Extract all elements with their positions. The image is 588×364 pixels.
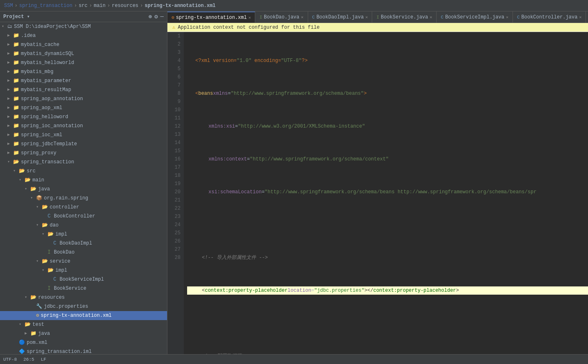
project-sidebar: Project ▾ ⊕ ⚙ ― ▾ 🗂 SSM D:\ideaPorject\A… [0, 11, 167, 354]
tree-item-mybatis-mbg[interactable]: ▶ 📁 mybatis_mbg [0, 67, 167, 76]
folder-icon: 📁 [30, 330, 37, 338]
tree-label: spring_jdbcTemplate [21, 140, 77, 148]
tab-bookdao[interactable]: I BookDao.java ✕ [255, 11, 308, 23]
tab-bar: ⚙ spring-tx-annotation.xml ✕ I BookDao.j… [167, 11, 588, 23]
tree-label: impl [55, 230, 67, 238]
tree-item-idea[interactable]: ▶ 📁 .idea [0, 31, 167, 40]
tab-label: BookDao.java [264, 14, 299, 20]
folder-icon: 📂 [30, 185, 37, 193]
breadcrumb-item[interactable]: main [94, 3, 105, 9]
tree-item-ssm[interactable]: ▾ 🗂 SSM D:\ideaPorject\Apr\SSM [0, 22, 167, 31]
tree-label: .idea [21, 32, 36, 40]
tab-spring-tx-xml[interactable]: ⚙ spring-tx-annotation.xml ✕ [167, 11, 255, 23]
tab-label: BookServiceImpl.java [445, 14, 504, 20]
status-line-col: 26:5 [23, 357, 34, 362]
tree-item-src[interactable]: ▾ 📂 src [0, 167, 167, 176]
folder-icon: 📁 [13, 95, 19, 103]
tree-label: test [32, 321, 44, 329]
tree-label: spring_helloword [21, 113, 68, 121]
folder-icon: 📁 [13, 131, 19, 139]
tree-item-org-rain-spring[interactable]: ▾ 📦 org.rain.spring [0, 194, 167, 203]
java-class-tab-icon: C [312, 15, 315, 20]
project-icon: 🗂 [7, 23, 12, 31]
folder-icon: 📁 [13, 41, 19, 49]
tree-item-bookserviceimpl[interactable]: C BookServiceImpl [0, 275, 167, 284]
tree-item-mybatis-parameter[interactable]: ▶ 📁 mybatis_parameter [0, 76, 167, 85]
tab-bookcontroller[interactable]: C BookController.java ✕ [513, 11, 586, 23]
tree-item-spring-aop-xml[interactable]: ▶ 📁 spring_aop_xml [0, 103, 167, 112]
tree-item-spring-jdbctemplate[interactable]: ▶ 📁 spring_jdbcTemplate [0, 140, 167, 149]
tree-label: spring_transaction [21, 158, 74, 166]
tree-item-spring-ioc-annotation[interactable]: ▶ 📁 spring_ioc_annotation [0, 121, 167, 130]
tab-close-button[interactable]: ✕ [365, 15, 368, 20]
tree-item-jdbc-properties[interactable]: 🔧 jdbc.properties [0, 302, 167, 311]
collapse-icon[interactable]: ― [160, 13, 164, 20]
tab-close-button[interactable]: ✕ [579, 15, 581, 20]
tree-item-controller[interactable]: ▾ 📂 controller [0, 203, 167, 212]
breadcrumb-item[interactable]: src [79, 3, 88, 9]
tree-item-service-impl[interactable]: ▾ 📂 impl [0, 266, 167, 275]
tab-close-button[interactable]: ✕ [301, 15, 304, 20]
tree-label: pom.xml [27, 339, 47, 347]
breadcrumb-item: spring-tx-annotation.xml [144, 3, 215, 9]
tree-item-bookdao[interactable]: I BookDao [0, 248, 167, 257]
tree-label: spring_aop_annotation [21, 95, 83, 103]
tree-item-test-java[interactable]: ▶ 📁 java [0, 329, 167, 338]
folder-icon: 📁 [13, 59, 19, 67]
tree-item-spring-transaction[interactable]: ▾ 📂 spring_transaction [0, 158, 167, 167]
settings-icon[interactable]: ⚙ [154, 13, 158, 20]
tree-item-mybatis-resultmap[interactable]: ▶ 📁 mybatis_resultMap [0, 85, 167, 94]
tree-item-mybatis-helloworld[interactable]: ▶ 📁 mybatis_helloworld [0, 58, 167, 67]
tree-item-resources[interactable]: ▾ 📂 resources [0, 293, 167, 302]
java-class-icon: C [53, 239, 56, 247]
tab-close-button[interactable]: ✕ [248, 15, 251, 20]
tree-item-spring-proxy[interactable]: ▶ 📁 spring_proxy [0, 149, 167, 158]
code-line-9 [187, 319, 588, 327]
tree-item-service[interactable]: ▾ 📂 service [0, 257, 167, 266]
tab-close-button[interactable]: ✕ [430, 15, 432, 20]
code-editor[interactable]: 1 2 3 4 5 6 7 8 9 10 11 12 13 14 15 16 1… [167, 32, 588, 354]
breadcrumb-item[interactable]: spring_transaction [19, 3, 73, 9]
tab-bookservice[interactable]: I BookService.java ✕ [372, 11, 437, 23]
warning-icon: ⚠ [172, 24, 175, 30]
tab-bookdaoimpl[interactable]: C BookDaoImpl.java ✕ [308, 11, 373, 23]
tree-item-mybatis-dynamicsql[interactable]: ▶ 📁 mybatis_dynamicSQL [0, 49, 167, 58]
iml-icon: 🔷 [19, 348, 25, 354]
tab-label: BookDaoImpl.java [316, 14, 364, 20]
breadcrumb-item[interactable]: resources [112, 3, 138, 9]
tree-item-spring-aop-annotation[interactable]: ▶ 📁 spring_aop_annotation [0, 94, 167, 103]
tree-item-dao[interactable]: ▾ 📂 dao [0, 221, 167, 230]
tree-item-spring-ioc-xml[interactable]: ▶ 📁 spring_ioc_xml [0, 130, 167, 140]
tree-label: mybatis_cache [21, 41, 59, 49]
tree-item-dao-impl[interactable]: ▾ 📂 impl [0, 230, 167, 239]
breadcrumb-item[interactable]: SSM [4, 3, 13, 9]
folder-icon: 📁 [13, 113, 19, 121]
code-line-3: xmlns:xsi="http://www.w3.org/2001/XMLSch… [187, 122, 588, 130]
tree-item-bookdaoimpl[interactable]: C BookDaoImpl [0, 239, 167, 248]
java-class-icon: C [48, 212, 50, 220]
java-class-tab-icon: C [441, 15, 444, 20]
tree-label: spring_proxy [21, 149, 56, 157]
tree-item-iml[interactable]: 🔷 spring_transaction.iml [0, 347, 167, 354]
folder-icon: 📁 [13, 77, 19, 85]
tree-item-main[interactable]: ▾ 📂 main [0, 176, 167, 185]
tree-item-java[interactable]: ▾ 📂 java [0, 185, 167, 194]
code-line-4: xmlns:context="http://www.springframewor… [187, 155, 588, 163]
tree-item-spring-helloword[interactable]: ▶ 📁 spring_helloword [0, 112, 167, 121]
tree-item-spring-tx-xml[interactable]: ⚙ spring-tx-annotation.xml [0, 311, 167, 320]
code-line-2: <beans xmlns="http://www.springframework… [187, 89, 588, 98]
tab-bookserviceimpl[interactable]: C BookServiceImpl.java ✕ [437, 11, 513, 23]
folder-icon: 📁 [13, 104, 19, 112]
tree-item-mybatis-cache[interactable]: ▶ 📁 mybatis_cache [0, 40, 167, 49]
locate-icon[interactable]: ⊕ [149, 13, 152, 20]
tab-close-button[interactable]: ✕ [506, 15, 508, 20]
tree-item-bookservice[interactable]: I BookService [0, 284, 167, 293]
status-crlf: LF [41, 357, 46, 362]
tab-label: BookService.java [381, 14, 428, 20]
tree-label: spring-tx-annotation.xml [41, 311, 112, 320]
code-content[interactable]: <?xml version="1.0" encoding="UTF-8"?> <… [184, 32, 588, 354]
tree-item-pom-xml[interactable]: 🔵 pom.xml [0, 338, 167, 347]
tree-item-bookcontroller[interactable]: C BookController [0, 212, 167, 221]
tree-item-test[interactable]: ▾ 📂 test [0, 320, 167, 329]
status-bar: UTF-8 26:5 LF [0, 354, 588, 364]
